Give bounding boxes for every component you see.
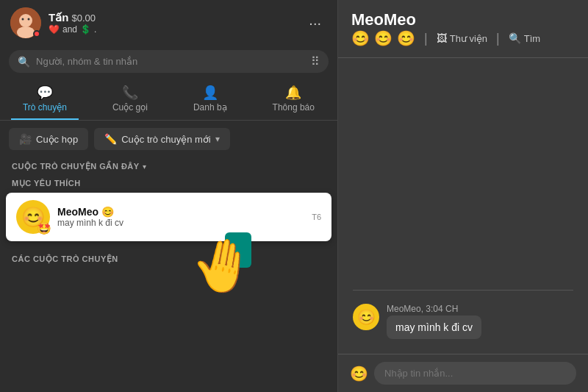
message-input-area: 😊 [338,354,588,392]
divider2: | [496,31,500,46]
profile-header: Tấn $0.00 ❤️ and 💲 . ··· [0,0,337,46]
tab-danh-ba[interactable]: 👤 Danh bạ [182,82,239,120]
avatar-status [33,30,40,38]
svg-point-3 [22,18,24,21]
svg-point-4 [28,18,30,21]
message-row: 😊 MeoMeo, 3:04 CH may mình k đi cv [353,304,573,339]
chat-icon: 💬 [37,85,53,101]
phone-icon: 📞 [122,85,138,101]
profile-meta: ❤️ and 💲 . [49,24,295,35]
chat-header: MeoMeo 😊 😊 😊 | 🖼 Thư viện | 🔍 Tìm [338,0,588,58]
sidebar: Tấn $0.00 ❤️ and 💲 . ··· 🔍 ⠿ 💬 Trò chuyệ… [0,0,338,392]
tab-thong-bao[interactable]: 🔔 Thông báo [261,82,326,120]
message-content: MeoMeo, 3:04 CH may mình k đi cv [387,304,481,339]
bell-icon: 🔔 [285,85,301,101]
chat-list-item-meomeo[interactable]: 😊 🤩 MeoMeo 😊 may mình k đi cv T6 [6,193,331,241]
search-chat-button[interactable]: 🔍 Tìm [509,32,540,44]
grid-icon[interactable]: ⠿ [311,54,320,68]
tab-tro-chuyen[interactable]: 💬 Trò chuyện [11,82,79,120]
search-icon: 🔍 [18,56,30,68]
chat-header-icons: 😊 😊 😊 | 🖼 Thư viện | 🔍 Tìm [351,29,575,47]
chat-avatar-badge: 🤩 [37,221,51,235]
nav-tabs: 💬 Trò chuyện 📞 Cuộc gọi 👤 Danh bạ 🔔 Thôn… [0,77,337,121]
chat-info: MeoMeo 😊 may mình k đi cv [57,206,304,228]
search-input[interactable] [36,56,305,67]
recent-chevron-icon: ▾ [143,163,146,171]
library-icon: 🖼 [437,32,447,44]
header-emoji-1: 😊 [351,29,370,47]
meeting-button[interactable]: 🎥 Cuộc họp [9,128,88,150]
chat-panel-content: MeoMeo 😊 😊 😊 | 🖼 Thư viện | 🔍 Tìm [351,10,575,47]
new-chat-button[interactable]: ✏️ Cuộc trò chuyện mới ▾ [94,128,230,150]
more-options-button[interactable]: ··· [303,12,327,35]
emoji-button[interactable]: 😊 [350,365,368,382]
message-input[interactable] [374,362,576,385]
svg-point-2 [17,26,35,38]
avatar [10,7,41,38]
all-chats-section-header: CÁC CUỘC TRÒ CHUYỆN [0,249,337,267]
profile-info: Tấn $0.00 ❤️ and 💲 . [49,11,295,35]
chat-panel: MeoMeo 😊 😊 😊 | 🖼 Thư viện | 🔍 Tìm [338,0,588,392]
divider: | [424,31,428,46]
favorites-section-header: MỤC YÊU THÍCH [0,173,337,191]
tab-cuoc-goi[interactable]: 📞 Cuộc gọi [101,82,159,120]
date-divider [353,290,573,291]
header-emoji-2: 😊 [374,29,392,47]
dollar-icon: 💲 [80,24,91,35]
action-row: 🎥 Cuộc họp ✏️ Cuộc trò chuyện mới ▾ [0,121,337,157]
message-avatar: 😊 [353,304,379,330]
library-button[interactable]: 🖼 Thư viện [437,32,487,44]
header-emoji-3: 😊 [397,29,415,47]
chevron-down-icon: ▾ [215,134,220,144]
search-bar: 🔍 ⠿ [9,50,329,73]
edit-icon: ✏️ [104,133,117,145]
chat-avatar: 😊 🤩 [16,200,50,234]
svg-point-1 [19,14,32,27]
search-chat-icon: 🔍 [509,32,521,44]
camera-icon: 🎥 [19,133,32,145]
message-bubble: may mình k đi cv [387,316,481,339]
profile-name: Tấn $0.00 [49,11,295,24]
contacts-icon: 👤 [202,85,218,101]
message-area: 😊 MeoMeo, 3:04 CH may mình k đi cv [338,58,588,354]
recent-section-header: CUỘC TRÒ CHUYỆN GẦN ĐÂY ▾ [0,157,337,173]
heart-icon: ❤️ [49,24,60,35]
